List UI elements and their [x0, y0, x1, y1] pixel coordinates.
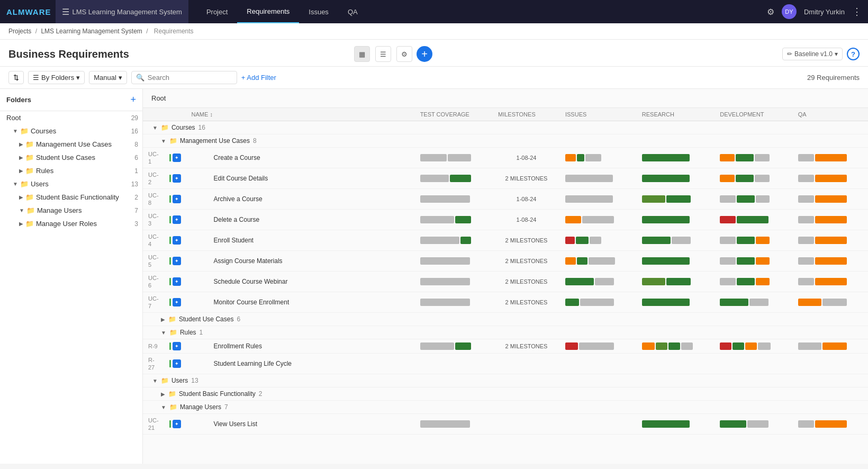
req-name-uc21[interactable]: View Users List: [186, 414, 415, 435]
suc-folder-icon: 📁: [25, 154, 34, 161]
table-row: UC-3 ✦ Delete a Course 1-08-24: [143, 210, 868, 230]
add-button[interactable]: +: [417, 46, 432, 62]
req-name-r27[interactable]: Student Learning Life Cycle: [186, 354, 415, 374]
coverage-uc21: [415, 414, 493, 435]
system-nav[interactable]: ☰ LMS Learning Management System: [56, 0, 188, 23]
col-qa: QA: [793, 108, 868, 121]
sidebar-item-users[interactable]: ▼ 📁 Users 13: [0, 177, 142, 191]
req-name-uc6[interactable]: Schedule Course Webinar: [186, 272, 415, 292]
col-milestones: MILESTONES: [493, 108, 560, 121]
table-row: UC-7 ✦ Monitor Course Enrollment 2 MILES…: [143, 292, 868, 313]
nav-right: ⚙ DY Dmitry Yurkin ⋮: [767, 4, 862, 19]
by-folders-dropdown[interactable]: ☰ By Folders ▾: [28, 71, 85, 84]
coverage-r9: [415, 339, 493, 354]
breadcrumb-projects[interactable]: Projects: [8, 28, 31, 35]
milestone-uc4: 2 MILESTONES: [493, 230, 560, 251]
sidebar-item-courses[interactable]: ▼ 📁 Courses 16: [0, 124, 142, 138]
view-list-button[interactable]: ☰: [375, 46, 391, 62]
courses-collapse-btn[interactable]: ▼: [152, 125, 158, 131]
sidebar-item-student-basic[interactable]: ▶ 📁 Student Basic Functionality 2: [0, 191, 142, 204]
milestone-uc6: 2 MILESTONES: [493, 272, 560, 292]
req-name-uc1[interactable]: Create a Course: [186, 148, 415, 168]
view-settings-button[interactable]: ⚙: [396, 46, 412, 62]
courses-row-count: 16: [198, 124, 205, 131]
req-name-uc5[interactable]: Assign Course Materials: [186, 251, 415, 272]
qa-uc7: [793, 292, 868, 313]
breadcrumb-lms[interactable]: LMS Learning Management System: [41, 28, 142, 35]
sidebar-item-management-use-cases[interactable]: ▶ 📁 Management Use Cases 8: [0, 138, 142, 151]
nav-tab-requirements[interactable]: Requirements: [237, 0, 299, 23]
req-id-uc1: UC-1: [148, 151, 159, 165]
muc-collapse-btn[interactable]: ▼: [161, 138, 166, 144]
sidebar-item-rules[interactable]: ▶ 📁 Rules 1: [0, 164, 142, 177]
sidebar-item-manage-users[interactable]: ▼ 📁 Manage Users 7: [0, 204, 142, 217]
req-name-uc8[interactable]: Archive a Course: [186, 189, 415, 210]
view-grid-button[interactable]: ▦: [354, 46, 370, 62]
folder-row-users: ▼ 📁 Users 13: [143, 374, 868, 387]
add-filter-button[interactable]: + Add Filter: [241, 74, 276, 82]
development-r9: [715, 339, 792, 354]
hamburger-icon[interactable]: ☰: [62, 7, 69, 17]
search-icon: 🔍: [136, 74, 144, 82]
qa-uc6: [793, 272, 868, 292]
research-uc3: [637, 210, 715, 230]
courses-row-folder-icon: 📁: [161, 124, 168, 131]
req-id-uc3: UC-3: [148, 213, 159, 227]
nav-tab-project[interactable]: Project: [197, 0, 237, 23]
req-name-r9[interactable]: Enrollment Rules: [186, 339, 415, 354]
suc-collapse-btn[interactable]: ▶: [161, 317, 165, 322]
search-input[interactable]: [148, 74, 232, 82]
issues-uc21: [560, 414, 637, 435]
rules-count: 1: [134, 167, 138, 175]
more-menu-icon[interactable]: ⋮: [852, 6, 862, 17]
requirements-table: NAME ↕ TEST COVERAGE MILESTONES ISSUES R…: [143, 108, 868, 435]
req-name-uc3[interactable]: Delete a Course: [186, 210, 415, 230]
sort-button[interactable]: ⇅: [8, 71, 24, 84]
issues-uc7: [560, 292, 637, 313]
priority-bar-uc1: [169, 154, 171, 161]
manual-dropdown[interactable]: Manual ▾: [89, 71, 127, 84]
muc-row-count: 8: [253, 137, 257, 145]
req-name-uc7[interactable]: Monitor Course Enrollment: [186, 292, 415, 313]
logo[interactable]: ALMWARE: [6, 7, 51, 16]
users-chevron: ▼: [13, 181, 18, 187]
baseline-button[interactable]: ✏ Baseline v1.0 ▾: [782, 48, 843, 60]
research-uc2: [637, 168, 715, 189]
milestone-uc3: 1-08-24: [493, 210, 560, 230]
suc-count: 6: [134, 154, 138, 161]
development-uc3: [715, 210, 792, 230]
muc-folder-icon: 📁: [25, 140, 34, 148]
rules-collapse-btn[interactable]: ▼: [161, 330, 166, 336]
req-name-uc2[interactable]: Edit Course Details: [186, 168, 415, 189]
mu-collapse-btn[interactable]: ▼: [161, 404, 166, 410]
help-button[interactable]: ?: [847, 48, 860, 60]
nav-tab-qa[interactable]: QA: [338, 0, 367, 23]
manual-label: Manual: [94, 74, 116, 82]
sidebar-item-root[interactable]: Root 29: [0, 111, 142, 124]
req-id-uc2: UC-2: [148, 172, 159, 185]
nav-tab-issues[interactable]: Issues: [299, 0, 338, 23]
search-box[interactable]: 🔍: [131, 71, 237, 84]
sidebar-item-student-use-cases[interactable]: ▶ 📁 Student Use Cases 6: [0, 151, 142, 164]
table-row: UC-4 ✦ Enroll Student 2 MILESTONES: [143, 230, 868, 251]
users-count: 13: [131, 181, 138, 188]
by-folders-chevron: ▾: [76, 74, 80, 82]
add-folder-button[interactable]: +: [130, 94, 136, 105]
requirements-count: 29 Requirements: [807, 74, 860, 82]
req-name-uc4[interactable]: Enroll Student: [186, 230, 415, 251]
development-uc21: [715, 414, 792, 435]
mu-chevron: ▼: [19, 208, 24, 213]
sbf-collapse-btn[interactable]: ▶: [161, 391, 165, 397]
sidebar-item-manage-user-roles[interactable]: ▶ 📁 Manage User Roles 3: [0, 217, 142, 230]
breadcrumb: Projects / LMS Learning Management Syste…: [0, 23, 868, 40]
filter-bar: ⇅ ☰ By Folders ▾ Manual ▾ 🔍 + Add Filter…: [0, 67, 868, 89]
filter-icon: ☰: [33, 74, 39, 82]
col-development: DEVELOPMENT: [715, 108, 792, 121]
breadcrumb-requirements: Requirements: [154, 28, 194, 35]
subfolder-row-mu: ▼ 📁 Manage Users 7: [143, 401, 868, 414]
sbf-row-label: Student Basic Functionality: [179, 390, 256, 398]
users-collapse-btn[interactable]: ▼: [152, 378, 158, 384]
research-uc7: [637, 292, 715, 313]
baseline-label: Baseline v1.0: [794, 50, 833, 58]
settings-icon[interactable]: ⚙: [767, 7, 774, 17]
